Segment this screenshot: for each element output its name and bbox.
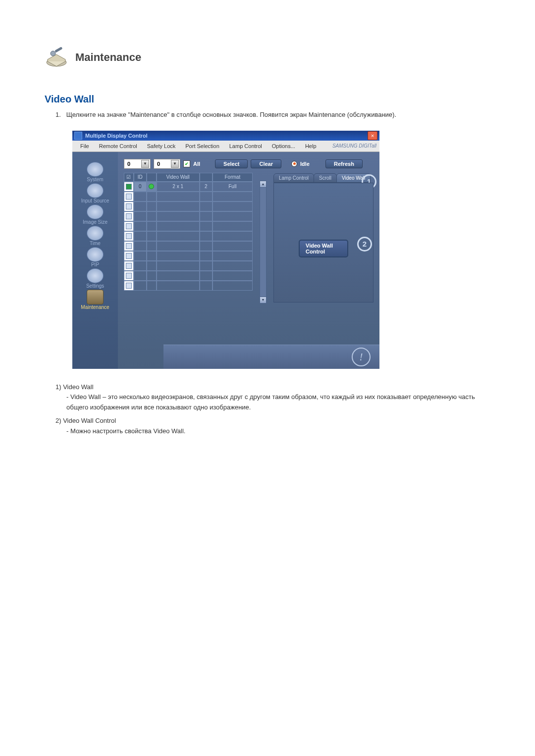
intro-step: 1. Щелкните на значке "Maintenance" в ст… xyxy=(55,110,490,120)
grid-row[interactable]: 0 2 x 1 2 Full xyxy=(124,182,253,192)
notes: 1) Video Wall - Video Wall – это несколь… xyxy=(55,382,490,437)
sidebar-label: System xyxy=(87,177,103,182)
selector-2[interactable]: 0▼ xyxy=(154,159,180,169)
pip-icon xyxy=(87,247,104,262)
col-stat xyxy=(147,173,157,182)
col-id: ID xyxy=(134,173,147,182)
toolbar: 0▼ 0▼ ✔ All Select Clear Idle Refresh xyxy=(118,152,379,173)
grid-row-empty xyxy=(124,261,253,271)
sidebar-item-input[interactable]: Input Source xyxy=(81,183,109,203)
window-titlebar: Multiple Display Control × xyxy=(72,131,379,141)
idle-radio[interactable] xyxy=(291,161,297,167)
sidebar-item-time[interactable]: Time xyxy=(87,226,104,246)
col-fmt: Format xyxy=(213,173,253,182)
col-num xyxy=(200,173,213,182)
step-number: 1. xyxy=(55,110,64,120)
menu-port[interactable]: Port Selection xyxy=(180,142,224,151)
scroll-down-icon[interactable]: ▼ xyxy=(260,297,266,303)
menu-safety[interactable]: Safety Lock xyxy=(142,142,180,151)
menu-help[interactable]: Help xyxy=(300,142,321,151)
note-1-num: 1) xyxy=(55,383,61,391)
grid-row-empty xyxy=(124,211,253,221)
sidebar-item-pip[interactable]: PIP xyxy=(87,247,104,267)
all-label: All xyxy=(193,161,200,167)
sidebar-label: Maintenance xyxy=(81,304,109,310)
grid-scrollbar[interactable]: ▲ ▼ xyxy=(260,173,267,303)
info-icon: ! xyxy=(352,348,371,366)
note-2-title: Video Wall Control xyxy=(63,417,116,424)
maintenance-icon xyxy=(87,290,104,304)
display-grid: ☑ ID Video Wall Format 0 xyxy=(124,173,253,303)
close-button[interactable]: × xyxy=(368,131,377,140)
menu-remote[interactable]: Remote Control xyxy=(94,142,142,151)
select-button[interactable]: Select xyxy=(215,159,248,168)
maintenance-icon xyxy=(45,45,68,70)
input-icon xyxy=(87,183,104,198)
idle-label: Idle xyxy=(300,161,310,167)
sidebar-item-image[interactable]: Image Size xyxy=(83,204,107,225)
tab-scroll[interactable]: Scroll xyxy=(314,173,337,183)
selector-1[interactable]: 0▼ xyxy=(124,159,151,169)
row-id: 0 xyxy=(134,182,147,192)
row-vw: 2 x 1 xyxy=(157,182,200,192)
grid-row-empty xyxy=(124,281,253,291)
sidebar-item-settings[interactable]: Settings xyxy=(86,268,104,289)
system-icon xyxy=(87,162,104,177)
section-title: Video Wall xyxy=(45,94,490,105)
grid-row-empty xyxy=(124,271,253,281)
callout-two: 2 xyxy=(357,237,372,252)
image-icon xyxy=(87,204,104,219)
step-text: Щелкните на значке "Maintenance" в столб… xyxy=(66,111,396,118)
brand-text: SAMSUNG DIGITall xyxy=(332,143,376,149)
grid-row-empty xyxy=(124,231,253,241)
refresh-button[interactable]: Refresh xyxy=(325,159,363,168)
dropdown-icon: ▼ xyxy=(171,160,179,168)
sidebar-label: Image Size xyxy=(83,219,107,225)
page-heading: Maintenance xyxy=(75,51,141,64)
row-status xyxy=(147,182,157,192)
sidebar-label: Settings xyxy=(86,283,104,289)
svg-point-2 xyxy=(51,51,55,56)
note-1-title: Video Wall xyxy=(63,383,93,391)
grid-row-empty xyxy=(124,192,253,202)
sidebar: System Input Source Image Size Time PIP … xyxy=(72,152,118,369)
grid-row-empty xyxy=(124,251,253,261)
right-panel: Lamp Control Scroll Video Wall 1 Video W… xyxy=(273,173,374,303)
scroll-up-icon[interactable]: ▲ xyxy=(260,181,266,188)
sidebar-item-maintenance[interactable]: Maintenance xyxy=(81,290,109,310)
col-vw: Video Wall xyxy=(157,173,200,182)
note-1-body: - Video Wall – это несколько видеоэкрано… xyxy=(66,392,490,413)
menu-lamp[interactable]: Lamp Control xyxy=(224,142,267,151)
app-icon xyxy=(74,132,82,140)
sidebar-label: Input Source xyxy=(81,198,109,203)
status-bar: ! xyxy=(163,345,379,369)
window-title: Multiple Display Control xyxy=(85,133,148,139)
grid-row-empty xyxy=(124,241,253,251)
menu-options[interactable]: Options... xyxy=(267,142,300,151)
svg-rect-1 xyxy=(54,47,62,52)
dropdown-icon: ▼ xyxy=(141,160,149,168)
sidebar-label: PIP xyxy=(91,262,99,267)
row-check[interactable] xyxy=(124,182,134,192)
note-2-num: 2) xyxy=(55,417,61,424)
grid-row-empty xyxy=(124,221,253,231)
time-icon xyxy=(87,226,104,241)
col-check: ☑ xyxy=(124,173,134,182)
tab-lamp[interactable]: Lamp Control xyxy=(273,173,314,183)
sidebar-label: Time xyxy=(90,241,101,246)
clear-button[interactable]: Clear xyxy=(251,159,281,168)
settings-icon xyxy=(87,268,104,283)
note-2-body: - Можно настроить свойства Video Wall. xyxy=(66,426,490,437)
grid-row-empty xyxy=(124,202,253,211)
sidebar-item-system[interactable]: System xyxy=(87,162,104,182)
row-num: 2 xyxy=(200,182,213,192)
video-wall-control-button[interactable]: Video Wall Control xyxy=(299,240,348,257)
menu-bar: File Remote Control Safety Lock Port Sel… xyxy=(72,141,379,152)
main-panel: 0▼ 0▼ ✔ All Select Clear Idle Refresh xyxy=(118,152,379,369)
app-screenshot: Multiple Display Control × File Remote C… xyxy=(72,131,379,368)
row-fmt: Full xyxy=(213,182,253,192)
menu-file[interactable]: File xyxy=(75,142,94,151)
all-checkbox[interactable]: ✔ xyxy=(183,160,190,167)
